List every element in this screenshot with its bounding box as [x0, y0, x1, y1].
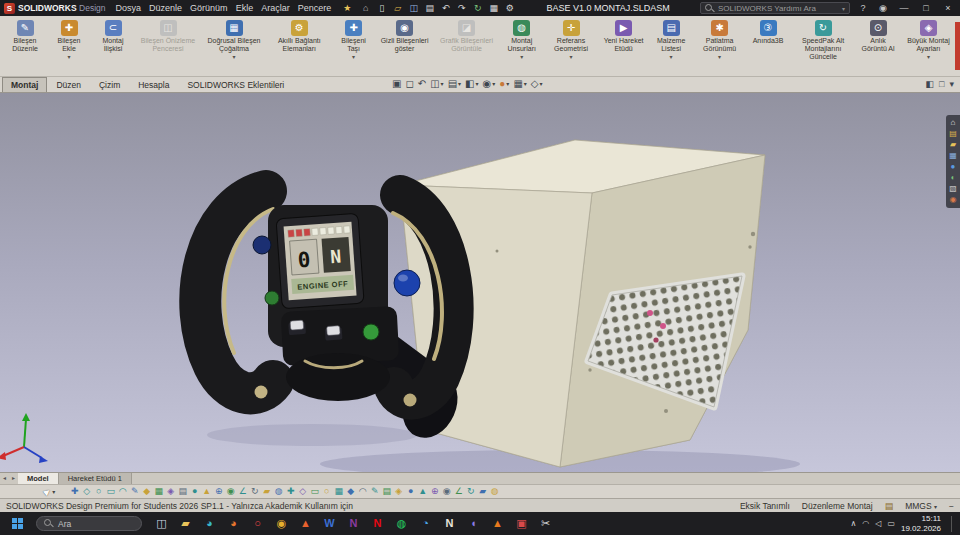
taskbar-search[interactable]: Ara: [36, 516, 142, 531]
firefox-icon[interactable]: ◕: [226, 518, 241, 529]
favorites-star-icon[interactable]: ★: [341, 3, 353, 13]
section-view-icon[interactable]: ◫ ▾: [430, 79, 443, 89]
shortcut-icon[interactable]: ▦: [153, 487, 164, 496]
rebuild-icon[interactable]: ↻: [471, 4, 484, 13]
tab-duzen[interactable]: Düzen: [47, 77, 90, 92]
shortcut-icon[interactable]: ▤: [381, 487, 392, 496]
shortcut-icon[interactable]: ▰: [261, 487, 272, 496]
tab-eklentiler[interactable]: SOLIDWORKS Eklentileri: [178, 77, 293, 92]
browser-icon[interactable]: ○: [250, 518, 265, 529]
menu-duzenle[interactable]: Düzenle: [145, 3, 186, 13]
shortcut-icon[interactable]: ▰: [477, 487, 488, 496]
tab-hesapla[interactable]: Hesapla: [129, 77, 178, 92]
wheel-button-green-right[interactable]: [363, 324, 379, 340]
open-file-icon[interactable]: ▱: [391, 4, 404, 13]
shortcut-icon[interactable]: ◈: [165, 487, 176, 496]
new-file-icon[interactable]: ▯: [375, 4, 388, 13]
brave-icon[interactable]: ▲: [298, 518, 313, 529]
profile-button[interactable]: ◉: [876, 3, 890, 13]
help-search-box[interactable]: SOLIDWORKS Yardımı Ara ▾: [700, 2, 850, 14]
maximize-button[interactable]: □: [918, 3, 934, 13]
discord-icon[interactable]: ◖: [466, 518, 481, 529]
custom-properties-icon[interactable]: ▧: [949, 185, 957, 193]
redo-icon[interactable]: ↷: [455, 4, 468, 13]
shortcut-icon[interactable]: ◈: [393, 487, 404, 496]
reference-geometry-button[interactable]: ✛ Referans Geometrisi ▾: [545, 18, 597, 76]
chevron-down-icon[interactable]: ▾: [52, 488, 55, 495]
close-button[interactable]: ×: [940, 3, 956, 13]
solidworks-app-icon[interactable]: ▣: [514, 518, 529, 529]
wheel-button-blue-left[interactable]: [253, 236, 271, 254]
appearances-icon[interactable]: ●: [951, 163, 956, 171]
exploded-view-button[interactable]: ✱ Patlatma Görünümü ▾: [694, 18, 745, 76]
tab-model[interactable]: Model: [18, 473, 59, 484]
word-icon[interactable]: W: [322, 518, 337, 529]
display-graphics-button[interactable]: ◪ Grafik Bileşenleri Görüntüle ▾: [435, 18, 499, 76]
tab-scroll-left-icon[interactable]: ◂: [0, 473, 9, 484]
hide-show-items-icon[interactable]: ◉ ▾: [483, 79, 496, 89]
shortcut-icon[interactable]: ◍: [273, 487, 284, 496]
shortcut-icon[interactable]: ◠: [117, 487, 128, 496]
smart-fasteners-button[interactable]: ⚙ Akıllı Bağlantı Elemanları ▾: [268, 18, 331, 76]
show-hidden-button[interactable]: ◉ Gizli Bileşenleri göster ▾: [377, 18, 433, 76]
shortcut-icon[interactable]: ↻: [249, 487, 260, 496]
media-app-icon[interactable]: ▲: [490, 518, 505, 529]
clock[interactable]: 15:11 19.02.2026: [901, 514, 941, 534]
file-explorer-icon[interactable]: ▰: [178, 518, 193, 529]
telegram-icon[interactable]: ◔: [418, 518, 433, 529]
new-motion-study-button[interactable]: ▶ Yeni Hareket Etüdü ▾: [599, 18, 648, 76]
shortcut-icon[interactable]: ●: [189, 487, 200, 496]
options-gear-icon[interactable]: ⚙: [503, 4, 516, 13]
shortcut-icon[interactable]: ◆: [345, 487, 356, 496]
home-icon[interactable]: ⌂: [951, 119, 956, 127]
graphics-area[interactable]: 0 N ENGINE OFF: [0, 93, 960, 472]
edge-icon[interactable]: ◕: [202, 518, 217, 529]
volume-icon[interactable]: ◁: [875, 519, 881, 528]
shortcut-icon[interactable]: ◇: [81, 487, 92, 496]
network-icon[interactable]: ◠: [862, 519, 869, 528]
menu-araclar[interactable]: Araçlar: [257, 3, 294, 13]
save-icon[interactable]: ◫: [407, 4, 420, 13]
shortcut-icon[interactable]: ✚: [285, 487, 296, 496]
previous-view-icon[interactable]: ↶ ▾: [418, 79, 426, 89]
unit-system[interactable]: MMGS ▾: [905, 501, 937, 511]
model-canvas[interactable]: 0 N ENGINE OFF: [0, 93, 960, 472]
shortcut-icon[interactable]: ✚: [69, 487, 80, 496]
dash-display[interactable]: 0 N ENGINE OFF: [276, 213, 364, 309]
shortcut-icon[interactable]: ◉: [441, 487, 452, 496]
shortcut-icon[interactable]: ◠: [357, 487, 368, 496]
shortcut-icon[interactable]: ⊕: [429, 487, 440, 496]
shortcut-icon[interactable]: ▦: [333, 487, 344, 496]
apply-scene-icon[interactable]: ▦ ▾: [513, 79, 526, 89]
shortcut-icon[interactable]: ✎: [369, 487, 380, 496]
undo-icon[interactable]: ↶: [439, 4, 452, 13]
zoom-fit-icon[interactable]: ▣ ▾: [392, 79, 401, 89]
shortcut-icon[interactable]: ◇: [297, 487, 308, 496]
insert-components-button[interactable]: ✚ Bileşen Ekle ▾: [48, 18, 90, 76]
forum-icon[interactable]: ◉: [950, 196, 957, 204]
shortcut-icon[interactable]: ◉: [225, 487, 236, 496]
snipping-tool-icon[interactable]: ✂: [538, 518, 553, 529]
edit-component-button[interactable]: ✎ Bileşen Düzenle ▾: [4, 18, 46, 76]
display-style-icon[interactable]: ◧ ▾: [465, 79, 478, 89]
shortcut-icon[interactable]: ▲: [417, 487, 428, 496]
assembly-features-button[interactable]: ◍ Montaj Unsurları ▾: [501, 18, 543, 76]
show-desktop-button[interactable]: [951, 516, 954, 532]
shortcut-icon[interactable]: ↻: [465, 487, 476, 496]
view-settings-icon[interactable]: ◇ ▾: [531, 79, 543, 89]
menu-gorunum[interactable]: Görünüm: [186, 3, 232, 13]
shortcut-icon[interactable]: ○: [93, 487, 104, 496]
file-explorer-icon[interactable]: ▰: [950, 141, 956, 149]
task-view-icon[interactable]: ◫: [154, 518, 169, 529]
collapse-ribbon-icon[interactable]: ▾: [949, 79, 954, 89]
hidden-icons-icon[interactable]: ∧: [850, 519, 856, 528]
design-library-icon[interactable]: ▤: [949, 130, 957, 138]
view-palette-icon[interactable]: ▦: [949, 152, 957, 160]
shortcut-icon[interactable]: ∠: [453, 487, 464, 496]
shortcut-icon[interactable]: ○: [321, 487, 332, 496]
help-button[interactable]: ?: [856, 3, 870, 13]
pane-split-icon[interactable]: ◧: [926, 79, 935, 89]
tab-montaj[interactable]: Montaj: [2, 77, 47, 92]
zoom-area-icon[interactable]: ◻ ▾: [405, 79, 413, 89]
chevron-down-icon[interactable]: ▾: [842, 5, 845, 12]
